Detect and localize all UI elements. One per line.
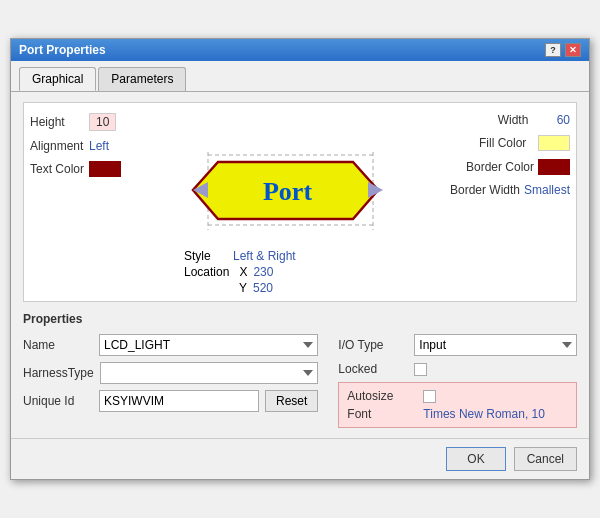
tab-bar: Graphical Parameters bbox=[11, 61, 589, 92]
props-right-col: I/O Type Input Locked Autosize bbox=[338, 334, 577, 428]
x-value: 230 bbox=[253, 265, 273, 279]
location-label: Location bbox=[184, 265, 229, 279]
x-label: X bbox=[239, 265, 247, 279]
properties-grid: Name LCD_LIGHT HarnessType Unique Id bbox=[23, 334, 577, 428]
autosize-checkbox[interactable] bbox=[423, 390, 436, 403]
width-label: Width bbox=[498, 113, 553, 127]
font-label: Font bbox=[347, 407, 417, 421]
harness-row: HarnessType bbox=[23, 362, 318, 384]
locked-label: Locked bbox=[338, 362, 408, 376]
io-type-select[interactable]: Input bbox=[414, 334, 577, 356]
port-visual: Port bbox=[154, 118, 421, 266]
y-value: 520 bbox=[253, 281, 273, 295]
tab-graphical[interactable]: Graphical bbox=[19, 67, 96, 91]
svg-marker-6 bbox=[368, 182, 383, 198]
unique-id-input[interactable] bbox=[99, 390, 259, 412]
width-value: 60 bbox=[557, 113, 570, 127]
reset-button[interactable]: Reset bbox=[265, 390, 318, 412]
locked-checkbox[interactable] bbox=[414, 363, 427, 376]
io-type-label: I/O Type bbox=[338, 338, 408, 352]
right-properties: Width 60 Fill Color Border Color Border … bbox=[450, 113, 570, 197]
border-width-label: Border Width bbox=[450, 183, 520, 197]
props-left-col: Name LCD_LIGHT HarnessType Unique Id bbox=[23, 334, 318, 428]
port-text: Port bbox=[263, 177, 312, 207]
cancel-button[interactable]: Cancel bbox=[514, 447, 577, 471]
font-row: Font Times New Roman, 10 bbox=[347, 407, 568, 421]
properties-section: Properties Name LCD_LIGHT HarnessType bbox=[23, 312, 577, 428]
ok-button[interactable]: OK bbox=[446, 447, 505, 471]
title-bar: Port Properties ? ✕ bbox=[11, 39, 589, 61]
border-color-swatch bbox=[538, 159, 570, 175]
style-label: Style bbox=[184, 249, 229, 263]
properties-title: Properties bbox=[23, 312, 577, 326]
dialog-title: Port Properties bbox=[19, 43, 106, 57]
border-color-label: Border Color bbox=[466, 160, 534, 174]
autosize-row: Autosize bbox=[347, 389, 568, 403]
autosize-label: Autosize bbox=[347, 389, 417, 403]
title-bar-buttons: ? ✕ bbox=[545, 43, 581, 57]
unique-id-label: Unique Id bbox=[23, 394, 93, 408]
style-value: Left & Right bbox=[233, 249, 296, 263]
harness-label: HarnessType bbox=[23, 366, 94, 380]
dialog-footer: OK Cancel bbox=[11, 438, 589, 479]
dialog-content: Height 10 Alignment Left Text Color bbox=[11, 92, 589, 438]
graphical-area: Height 10 Alignment Left Text Color bbox=[23, 102, 577, 302]
port-properties-dialog: Port Properties ? ✕ Graphical Parameters… bbox=[10, 38, 590, 480]
name-select[interactable]: LCD_LIGHT bbox=[99, 334, 318, 356]
name-row: Name LCD_LIGHT bbox=[23, 334, 318, 356]
text-color-label: Text Color bbox=[30, 162, 85, 176]
text-color-swatch bbox=[89, 161, 121, 177]
io-type-row: I/O Type Input bbox=[338, 334, 577, 356]
tab-parameters[interactable]: Parameters bbox=[98, 67, 186, 91]
height-label: Height bbox=[30, 115, 85, 129]
port-shape: Port bbox=[188, 147, 388, 237]
fill-color-label: Fill Color bbox=[479, 136, 534, 150]
left-properties: Height 10 Alignment Left Text Color bbox=[30, 113, 121, 177]
height-value: 10 bbox=[89, 113, 116, 131]
autosize-area: Autosize Font Times New Roman, 10 bbox=[338, 382, 577, 428]
close-button[interactable]: ✕ bbox=[565, 43, 581, 57]
alignment-value: Left bbox=[89, 139, 109, 153]
help-button[interactable]: ? bbox=[545, 43, 561, 57]
harness-select[interactable] bbox=[100, 362, 319, 384]
locked-row: Locked bbox=[338, 362, 577, 376]
bottom-properties: Style Left & Right Location X 230 Y 520 bbox=[184, 249, 296, 295]
name-label: Name bbox=[23, 338, 93, 352]
font-value: Times New Roman, 10 bbox=[423, 407, 545, 421]
fill-color-swatch bbox=[538, 135, 570, 151]
y-label: Y bbox=[239, 281, 247, 295]
alignment-label: Alignment bbox=[30, 139, 85, 153]
unique-id-row: Unique Id Reset bbox=[23, 390, 318, 412]
border-width-value: Smallest bbox=[524, 183, 570, 197]
